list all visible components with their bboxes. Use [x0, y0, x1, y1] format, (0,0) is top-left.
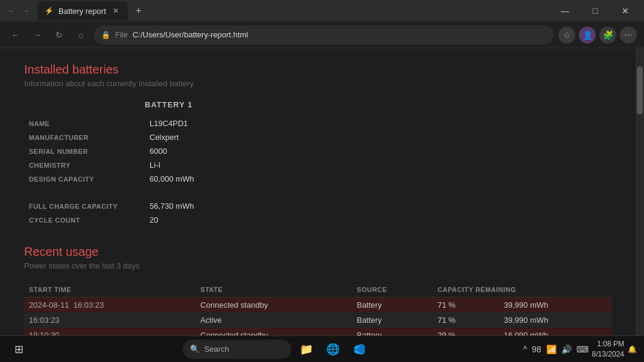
window-controls: — □ ✕	[551, 0, 639, 22]
tab-forward-btn[interactable]: →	[19, 4, 33, 17]
address-path: C:/Users/User/battery-report.html	[133, 30, 248, 39]
page-content: Installed batteries Information about ea…	[0, 48, 636, 335]
field-label: NAME	[24, 116, 145, 130]
browser-icon[interactable]: 🌐	[321, 338, 344, 361]
col-source: SOURCE	[352, 282, 433, 297]
table-row	[24, 186, 611, 199]
battery-level: 98	[532, 345, 541, 354]
address-bar[interactable]: 🔒 File C:/Users/User/battery-report.html	[94, 25, 554, 45]
field-label: DESIGN CAPACITY	[24, 172, 145, 186]
active-tab[interactable]: ⚡ Battery report ✕	[37, 1, 128, 21]
search-icon: 🔍	[190, 345, 200, 354]
tab-back-btn[interactable]: ←	[5, 4, 18, 17]
field-label: FULL CHARGE CAPACITY	[24, 199, 145, 213]
col-start-time: START TIME	[24, 282, 195, 297]
state: Connected standby	[195, 328, 352, 335]
profile-icon[interactable]: 👤	[579, 27, 596, 43]
tab-close-btn[interactable]: ✕	[111, 6, 121, 16]
field-value: Celxpert	[145, 130, 611, 144]
tray-icons: ^ 98 📶 🔊 ⌨	[523, 345, 588, 354]
vscode-icon[interactable]	[348, 338, 371, 361]
state: Active	[195, 313, 352, 328]
battery-header: BATTERY 1	[145, 100, 611, 109]
usage-row: 16:03:23 Active Battery 71 % 39,990 mWh	[24, 313, 611, 328]
tab-icon: ⚡	[45, 7, 54, 15]
extensions-icon[interactable]: 🧩	[599, 27, 616, 43]
capacity-pct: 29 %	[433, 328, 499, 335]
scrollbar-thumb[interactable]	[637, 66, 643, 115]
usage-row: 19:10:30 Connected standby Battery 29 % …	[24, 328, 611, 335]
title-bar: ← → ⚡ Battery report ✕ + — □ ✕	[0, 0, 644, 22]
new-tab-button[interactable]: +	[130, 2, 147, 19]
table-header-row: START TIME STATE SOURCE CAPACITY REMAINI…	[24, 282, 611, 297]
minimize-button[interactable]: —	[551, 0, 579, 22]
field-value: Li-I	[145, 158, 611, 172]
table-row: CHEMISTRY Li-I	[24, 158, 611, 172]
field-value: 6000	[145, 144, 611, 158]
installed-batteries-title: Installed batteries	[24, 63, 611, 77]
col-capacity: CAPACITY REMAINING	[433, 282, 611, 297]
taskbar-left: ⊞	[7, 338, 30, 361]
source: Battery	[352, 313, 433, 328]
source: Battery	[352, 297, 433, 313]
table-row: MANUFACTURER Celxpert	[24, 130, 611, 144]
forward-button[interactable]: →	[29, 27, 46, 43]
nav-right-icons: ☆ 👤 🧩 ⋯	[558, 27, 637, 43]
table-row: SERIAL NUMBER 6000	[24, 144, 611, 158]
tab-label: Battery report	[58, 7, 106, 16]
clock-time: 1:08 PM	[592, 339, 624, 349]
state: Connected standby	[195, 297, 352, 313]
start-time: 2024-08-11 16:03:23	[24, 297, 195, 313]
capacity-mwh: 39,990 mWh	[499, 297, 611, 313]
usage-row: 2024-08-11 16:03:23 Connected standby Ba…	[24, 297, 611, 313]
system-tray: ^ 98 📶 🔊 ⌨ 1:08 PM 8/13/2024 🔔	[523, 339, 637, 360]
field-value: 56,730 mWh	[145, 199, 611, 213]
capacity-mwh: 39,990 mWh	[499, 313, 611, 328]
sound-icon: 🔊	[561, 345, 572, 354]
field-label: SERIAL NUMBER	[24, 144, 145, 158]
system-clock[interactable]: 1:08 PM 8/13/2024	[592, 339, 624, 360]
file-explorer-icon[interactable]: 📁	[295, 338, 318, 361]
taskbar-search[interactable]: 🔍 Search	[183, 340, 291, 359]
capacity-pct: 71 %	[433, 313, 499, 328]
address-protocol: File	[115, 30, 128, 39]
installed-batteries-subtitle: Information about each currently install…	[24, 79, 611, 88]
back-button[interactable]: ←	[7, 27, 24, 43]
field-value: 20	[145, 213, 611, 227]
chevron-up-icon[interactable]: ^	[523, 345, 527, 354]
menu-icon[interactable]: ⋯	[620, 27, 637, 43]
capacity-pct: 71 %	[433, 297, 499, 313]
recent-usage-title: Recent usage	[24, 245, 611, 259]
lock-icon: 🔒	[101, 31, 110, 39]
capacity-mwh: 16,090 mWh	[499, 328, 611, 335]
maximize-button[interactable]: □	[581, 0, 609, 22]
wifi-icon: 📶	[546, 345, 557, 354]
col-state: STATE	[195, 282, 352, 297]
recent-usage-section: Recent usage Power states over the last …	[24, 245, 611, 335]
tab-area: ← → ⚡ Battery report ✕ +	[5, 1, 546, 21]
notification-bell-icon[interactable]: 🔔	[628, 345, 637, 354]
recent-usage-subtitle: Power states over the last 3 days	[24, 261, 611, 270]
table-row: CYCLE COUNT 20	[24, 213, 611, 227]
close-button[interactable]: ✕	[611, 0, 639, 22]
table-row: DESIGN CAPACITY 60,000 mWh	[24, 172, 611, 186]
source: Battery	[352, 328, 433, 335]
usage-table: START TIME STATE SOURCE CAPACITY REMAINI…	[24, 282, 611, 335]
start-button[interactable]: ⊞	[7, 338, 30, 361]
taskbar: ⊞ 🔍 Search 📁 🌐 ^ 98 📶 🔊 ⌨	[0, 335, 644, 362]
scrollbar[interactable]	[636, 48, 644, 335]
keyboard-icon: ⌨	[576, 345, 589, 354]
field-label: CYCLE COUNT	[24, 213, 145, 227]
installed-batteries-section: Installed batteries Information about ea…	[24, 63, 611, 227]
taskbar-center: 🔍 Search 📁 🌐	[30, 338, 523, 361]
refresh-button[interactable]: ↻	[51, 27, 68, 43]
favorite-icon[interactable]: ☆	[558, 27, 575, 43]
start-time: 16:03:23	[24, 313, 195, 328]
field-value: 60,000 mWh	[145, 172, 611, 186]
home-button[interactable]: ⌂	[72, 27, 89, 43]
field-value	[145, 186, 611, 199]
search-label: Search	[204, 345, 229, 354]
clock-date: 8/13/2024	[592, 349, 624, 360]
field-value: L19C4PD1	[145, 116, 611, 130]
field-label: MANUFACTURER	[24, 130, 145, 144]
